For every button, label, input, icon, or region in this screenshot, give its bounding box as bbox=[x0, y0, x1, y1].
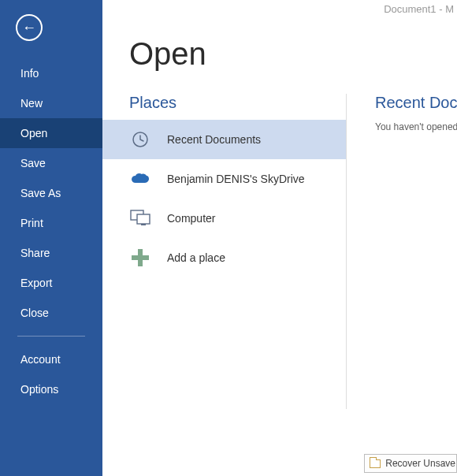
folder-icon bbox=[370, 459, 381, 468]
svg-rect-3 bbox=[141, 224, 146, 225]
place-recent-documents[interactable]: Recent Documents bbox=[102, 120, 346, 159]
nav-label: Close bbox=[20, 307, 49, 319]
nav-label: Open bbox=[20, 127, 47, 139]
window-title-text: Document1 - M bbox=[384, 3, 454, 15]
nav-label: Options bbox=[20, 383, 58, 396]
nav-info[interactable]: Info bbox=[0, 58, 102, 88]
place-label: Benjamin DENIS's SkyDrive bbox=[167, 173, 305, 185]
nav-print[interactable]: Print bbox=[0, 208, 102, 238]
places-header-text: Places bbox=[129, 94, 176, 111]
nav-account[interactable]: Account bbox=[0, 344, 102, 374]
recent-header: Recent Doc bbox=[375, 94, 457, 112]
main-area: Document1 - M Open Places Recent Documen… bbox=[102, 0, 457, 476]
nav-separator bbox=[17, 336, 85, 337]
back-arrow-icon: ← bbox=[22, 20, 36, 35]
nav-save-as[interactable]: Save As bbox=[0, 178, 102, 208]
recent-icon bbox=[129, 128, 151, 151]
nav-label: Save bbox=[20, 157, 46, 169]
recover-unsaved-button[interactable]: Recover Unsave bbox=[364, 454, 457, 473]
svg-rect-2 bbox=[137, 214, 150, 224]
place-skydrive[interactable]: Benjamin DENIS's SkyDrive bbox=[102, 159, 346, 199]
nav-list: Info New Open Save Save As Print Share E… bbox=[0, 58, 102, 404]
recent-documents-column: Recent Doc You haven't opened bbox=[347, 72, 457, 132]
add-icon bbox=[129, 247, 151, 269]
page-title-text: Open bbox=[129, 36, 206, 71]
backstage-sidebar: ← Info New Open Save Save As Print Share… bbox=[0, 0, 102, 476]
recent-body-text: You haven't opened bbox=[375, 121, 457, 132]
nav-close[interactable]: Close bbox=[0, 298, 102, 328]
places-column: Places Recent Documents Benjamin DENIS's… bbox=[102, 94, 347, 409]
nav-label: New bbox=[20, 97, 43, 110]
nav-new[interactable]: New bbox=[0, 88, 102, 118]
place-computer[interactable]: Computer bbox=[102, 199, 346, 238]
nav-label: Account bbox=[20, 353, 61, 366]
place-label: Computer bbox=[167, 212, 215, 225]
places-header: Places bbox=[102, 94, 346, 120]
window-title: Document1 - M bbox=[384, 3, 454, 15]
place-add-a-place[interactable]: Add a place bbox=[102, 238, 346, 277]
place-label: Add a place bbox=[167, 251, 225, 264]
nav-label: Export bbox=[20, 277, 52, 289]
nav-export[interactable]: Export bbox=[0, 268, 102, 298]
svg-rect-5 bbox=[132, 255, 149, 260]
skydrive-icon bbox=[129, 168, 151, 190]
recent-body: You haven't opened bbox=[375, 121, 457, 132]
nav-save[interactable]: Save bbox=[0, 148, 102, 178]
recover-label: Recover Unsave bbox=[385, 458, 455, 469]
nav-options[interactable]: Options bbox=[0, 374, 102, 404]
place-label: Recent Documents bbox=[167, 133, 261, 146]
nav-share[interactable]: Share bbox=[0, 238, 102, 268]
nav-label: Info bbox=[20, 67, 39, 80]
nav-label: Save As bbox=[20, 187, 61, 199]
nav-label: Print bbox=[20, 217, 43, 229]
recent-header-text: Recent Doc bbox=[375, 94, 457, 111]
computer-icon bbox=[129, 207, 151, 229]
back-button[interactable]: ← bbox=[16, 14, 43, 41]
nav-label: Share bbox=[20, 247, 50, 259]
nav-open[interactable]: Open bbox=[0, 118, 102, 148]
